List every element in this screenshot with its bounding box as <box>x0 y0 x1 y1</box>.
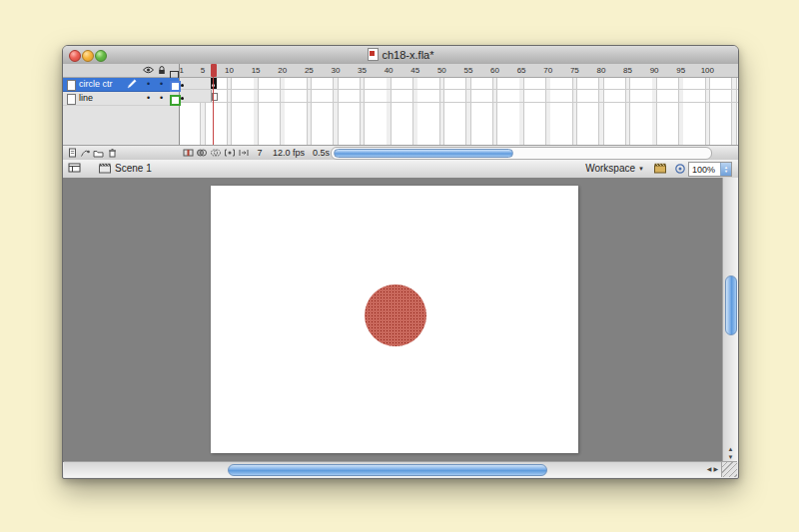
timeline-status-bar: 7 12.0 fps 0.5s <box>63 145 738 160</box>
ruler-number: 85 <box>623 66 632 75</box>
ruler-number: 40 <box>385 66 394 75</box>
vertical-scrollbar-thumb[interactable] <box>725 275 737 335</box>
keyframe-dot[interactable] <box>181 84 184 87</box>
ruler-number: 45 <box>410 66 419 75</box>
add-motion-guide-button[interactable] <box>79 147 91 159</box>
scroll-right-icon[interactable]: ▶ <box>713 466 720 472</box>
workspace-label: Workspace <box>585 163 635 174</box>
lock-all-icon[interactable] <box>158 66 166 75</box>
layer-type-icon <box>67 80 76 91</box>
frame-span-line[interactable] <box>179 90 212 102</box>
timeline-frames-grid[interactable] <box>179 77 738 146</box>
ruler-number: 10 <box>225 66 234 75</box>
flash-document-icon <box>368 48 379 61</box>
ruler-number: 70 <box>543 66 552 75</box>
ruler-number: 30 <box>331 66 340 75</box>
frame-span-circle-ctr[interactable] <box>179 77 212 89</box>
insert-layer-folder-button[interactable] <box>92 147 104 159</box>
ruler-number: 50 <box>437 66 446 75</box>
keyframe-dot[interactable] <box>181 97 184 100</box>
vertical-scrollbar-track[interactable]: ▲ ▼ <box>722 178 738 462</box>
zoom-stepper-icon[interactable]: ▲ ▼ <box>720 163 731 176</box>
workspace-button[interactable]: Workspace ▼ <box>585 163 644 174</box>
ruler-number: 55 <box>463 66 472 75</box>
timeline-toggle-button[interactable] <box>68 163 81 173</box>
show-hide-all-icon[interactable] <box>143 66 154 74</box>
center-frame-button[interactable] <box>182 147 194 159</box>
timeline-scrollbar-thumb[interactable] <box>334 149 513 158</box>
horizontal-scrollbar-track[interactable]: ◀▶ <box>64 461 722 477</box>
layer-name: line <box>79 93 93 103</box>
timeline-panel: 1510152025303540455055606570758085909510… <box>63 64 738 161</box>
row-divider <box>179 89 738 90</box>
ruler-number: 65 <box>517 66 526 75</box>
layer-panel: circle ctr • • line • • <box>63 64 180 146</box>
edit-symbols-button[interactable] <box>674 163 686 175</box>
ruler-number: 90 <box>650 66 659 75</box>
ruler-number: 35 <box>358 66 367 75</box>
frame-ruler[interactable]: 1510152025303540455055606570758085909510… <box>179 64 738 78</box>
layer-type-icon <box>67 94 76 105</box>
ruler-number: 25 <box>305 66 314 75</box>
edit-multiple-frames-button[interactable] <box>224 147 236 159</box>
layer-lock-toggle[interactable]: • <box>160 78 163 91</box>
insert-layer-button[interactable] <box>66 147 78 159</box>
stage-canvas[interactable] <box>211 186 578 453</box>
ruler-number: 95 <box>676 66 685 75</box>
scene-name-label: Scene 1 <box>115 163 152 174</box>
elapsed-time-label: 0.5s <box>313 148 330 158</box>
scroll-down-icon[interactable]: ▼ <box>728 454 734 460</box>
ruler-number: 5 <box>201 66 205 75</box>
layer-row-line[interactable]: line • • <box>63 92 179 106</box>
stepper-down-icon: ▼ <box>724 170 728 174</box>
ruler-number: 100 <box>701 66 714 75</box>
window-resize-grip[interactable] <box>721 461 737 477</box>
playhead[interactable] <box>211 64 217 77</box>
window-title-group: ch18-x.fla* <box>63 48 738 61</box>
horizontal-scroll-arrows[interactable]: ◀▶ <box>707 465 720 472</box>
zoom-level-select[interactable]: 100% ▲ ▼ <box>688 162 732 177</box>
edit-scene-button[interactable] <box>654 163 666 174</box>
modify-onion-markers-button[interactable] <box>238 147 250 159</box>
row-divider <box>179 102 738 103</box>
playhead-line <box>213 77 214 146</box>
layer-visibility-toggle[interactable]: • <box>147 92 150 105</box>
ruler-number: 20 <box>278 66 287 75</box>
ruler-number: 80 <box>596 66 605 75</box>
layer-outline-color[interactable] <box>170 81 181 92</box>
flash-window: ch18-x.fla* 1510152025303540455055606570… <box>62 45 739 479</box>
pencil-icon <box>127 79 137 89</box>
edit-bar: Scene 1 Workspace ▼ 100% ▲ ▼ <box>63 160 738 179</box>
ruler-number: 60 <box>490 66 499 75</box>
horizontal-scrollbar-thumb[interactable] <box>228 464 547 476</box>
layer-visibility-toggle[interactable]: • <box>147 78 150 91</box>
scroll-up-icon[interactable]: ▲ <box>728 446 734 452</box>
scene-breadcrumb: Scene 1 <box>99 163 152 174</box>
onion-skin-outlines-button[interactable] <box>210 147 222 159</box>
selected-frame[interactable] <box>211 77 217 89</box>
layer-row-circle-ctr[interactable]: circle ctr • • <box>63 78 179 92</box>
vertical-scroll-arrows[interactable]: ▲ ▼ <box>723 445 738 461</box>
frame-rate-label[interactable]: 12.0 fps <box>273 148 305 158</box>
ruler-number: 1 <box>179 66 183 75</box>
layer-lock-toggle[interactable]: • <box>160 92 163 105</box>
layer-outline-color[interactable] <box>170 95 181 106</box>
zoom-level-value: 100% <box>689 165 720 175</box>
window-title: ch18-x.fla* <box>383 49 434 61</box>
layer-name: circle ctr <box>79 79 113 89</box>
pasteboard[interactable]: ▲ ▼ <box>63 178 738 462</box>
delete-layer-button[interactable] <box>106 147 118 159</box>
chevron-down-icon: ▼ <box>638 166 644 172</box>
window-titlebar[interactable]: ch18-x.fla* <box>63 46 738 65</box>
timeline-scrollbar-track[interactable] <box>331 147 712 160</box>
red-circle-shape[interactable] <box>365 284 426 346</box>
ruler-number: 75 <box>570 66 579 75</box>
desktop-background: { "window": { "title": "ch18-x.fla*" }, … <box>0 0 799 532</box>
layer-panel-header <box>63 64 179 78</box>
current-frame-label: 7 <box>253 148 267 158</box>
clapperboard-icon <box>99 163 111 174</box>
ruler-number: 15 <box>252 66 261 75</box>
onion-skin-button[interactable] <box>196 147 208 159</box>
